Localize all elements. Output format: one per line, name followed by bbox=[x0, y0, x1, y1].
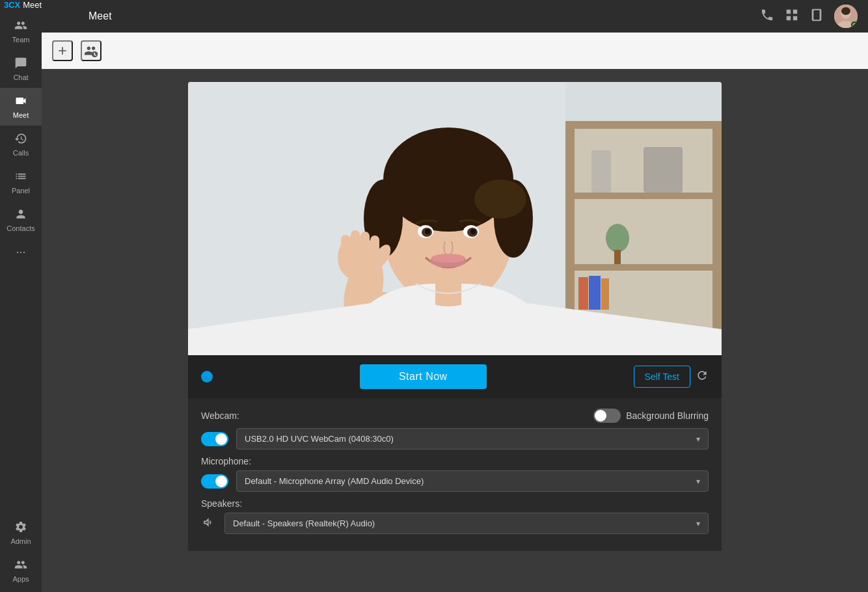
panel-icon bbox=[14, 170, 27, 185]
microphone-device-row: Default - Microphone Array (AMD Audio De… bbox=[201, 470, 709, 492]
header-title: Meet bbox=[88, 10, 112, 22]
start-now-container: Start Now bbox=[218, 364, 629, 389]
svg-rect-8 bbox=[565, 121, 722, 129]
microphone-label: Microphone: bbox=[201, 456, 266, 466]
logo-meet: Meet bbox=[23, 0, 42, 10]
microphone-toggle-knob bbox=[215, 476, 227, 487]
webcam-header-row: Webcam: Background Blurring bbox=[201, 409, 709, 423]
sidebar-more-button[interactable]: ··· bbox=[9, 239, 32, 265]
sidebar-label-chat: Chat bbox=[13, 74, 28, 81]
sidebar-label-admin: Admin bbox=[10, 537, 31, 545]
sidebar-label-team: Team bbox=[12, 36, 30, 44]
bg-blur-label: Background Blurring bbox=[626, 410, 709, 421]
svg-rect-14 bbox=[591, 150, 611, 193]
start-now-button[interactable]: Start Now bbox=[360, 364, 487, 389]
sidebar-label-panel: Panel bbox=[12, 187, 30, 195]
schedule-meeting-button[interactable] bbox=[81, 40, 102, 61]
main-area: Meet bbox=[42, 0, 868, 592]
book-icon[interactable] bbox=[809, 8, 824, 25]
sidebar: 3CX Meet Team Chat bbox=[0, 0, 42, 592]
self-test-button[interactable]: Self Test bbox=[634, 366, 690, 388]
sidebar-bottom: Admin Apps bbox=[0, 514, 42, 592]
microphone-chevron-icon: ▾ bbox=[696, 477, 700, 486]
speakers-label: Speakers: bbox=[201, 498, 266, 509]
webcam-chevron-icon: ▾ bbox=[696, 435, 700, 444]
sidebar-item-panel[interactable]: Panel bbox=[0, 163, 42, 201]
sidebar-item-admin[interactable]: Admin bbox=[0, 514, 42, 552]
speakers-chevron-icon: ▾ bbox=[696, 519, 700, 528]
svg-rect-40 bbox=[351, 230, 360, 259]
right-controls: Self Test bbox=[634, 366, 709, 388]
speakers-select[interactable]: Default - Speakers (Realtek(R) Audio) ▾ bbox=[224, 513, 709, 534]
speakers-device-row: Default - Speakers (Realtek(R) Audio) ▾ bbox=[201, 513, 709, 534]
svg-rect-9 bbox=[565, 193, 722, 199]
speakers-device-value: Default - Speakers (Realtek(R) Audio) bbox=[233, 518, 375, 528]
meet-panel: Start Now Self Test Webcam: bbox=[188, 82, 722, 551]
svg-rect-41 bbox=[360, 232, 370, 259]
logo-area: 3CX Meet bbox=[0, 0, 42, 10]
sidebar-item-contacts[interactable]: Contacts bbox=[0, 201, 42, 239]
svg-rect-10 bbox=[565, 264, 722, 271]
sidebar-label-meet: Meet bbox=[13, 111, 29, 119]
apps-icon bbox=[14, 558, 27, 573]
sidebar-item-team[interactable]: Team bbox=[0, 12, 42, 50]
microphone-select[interactable]: Default - Microphone Array (AMD Audio De… bbox=[236, 470, 709, 492]
avatar[interactable] bbox=[834, 5, 858, 28]
webcam-toggle[interactable] bbox=[201, 432, 228, 446]
microphone-toggle[interactable] bbox=[201, 474, 228, 489]
action-bar bbox=[42, 33, 868, 69]
grid-icon[interactable] bbox=[785, 8, 799, 25]
svg-point-15 bbox=[606, 224, 629, 252]
microphone-device-value: Default - Microphone Array (AMD Audio De… bbox=[245, 476, 424, 486]
svg-rect-39 bbox=[341, 235, 350, 261]
sidebar-label-calls: Calls bbox=[13, 149, 29, 157]
speakers-label-row: Speakers: bbox=[201, 498, 709, 509]
admin-icon bbox=[14, 520, 27, 535]
svg-rect-17 bbox=[578, 277, 588, 310]
webcam-toggle-knob bbox=[215, 433, 227, 445]
sidebar-label-contacts: Contacts bbox=[7, 224, 34, 232]
webcam-label: Webcam: bbox=[201, 410, 266, 421]
settings-area: Webcam: Background Blurring USB2.0 HD UV… bbox=[188, 398, 722, 551]
sidebar-item-meet[interactable]: Meet bbox=[0, 88, 42, 126]
svg-point-32 bbox=[425, 229, 430, 234]
team-icon bbox=[14, 19, 27, 34]
header-right bbox=[760, 5, 858, 28]
bg-blur-row: Background Blurring bbox=[593, 409, 709, 423]
chat-icon bbox=[14, 57, 27, 72]
svg-rect-18 bbox=[589, 276, 601, 310]
webcam-select[interactable]: USB2.0 HD UVC WebCam (0408:30c0) ▾ bbox=[236, 428, 709, 450]
app-header: Meet bbox=[42, 0, 868, 33]
phone-icon[interactable] bbox=[760, 8, 774, 25]
svg-point-33 bbox=[470, 229, 476, 234]
video-feed bbox=[188, 82, 722, 355]
webcam-device-value: USB2.0 HD UVC WebCam (0408:30c0) bbox=[245, 434, 394, 444]
svg-rect-16 bbox=[614, 250, 621, 264]
sidebar-nav: Team Chat Meet Calls bbox=[0, 10, 42, 514]
sidebar-item-chat[interactable]: Chat bbox=[0, 50, 42, 88]
bg-blur-toggle[interactable] bbox=[593, 409, 621, 423]
mic-active-indicator bbox=[201, 371, 213, 383]
svg-rect-13 bbox=[644, 147, 683, 193]
header-left: Meet bbox=[42, 10, 112, 22]
webcam-device-row: USB2.0 HD UVC WebCam (0408:30c0) ▾ bbox=[201, 428, 709, 450]
logo-3cx: 3CX bbox=[4, 0, 20, 10]
svg-point-27 bbox=[474, 180, 526, 219]
sidebar-item-apps[interactable]: Apps bbox=[0, 552, 42, 589]
controls-bar: Start Now Self Test bbox=[188, 355, 722, 398]
meet-icon bbox=[14, 94, 27, 109]
speaker-icon bbox=[201, 516, 214, 531]
calls-icon bbox=[14, 132, 27, 147]
svg-rect-12 bbox=[712, 121, 722, 355]
content-area: Start Now Self Test Webcam: bbox=[42, 69, 868, 592]
microphone-label-row: Microphone: bbox=[201, 456, 709, 466]
refresh-button[interactable] bbox=[696, 369, 709, 385]
svg-point-4 bbox=[841, 7, 850, 15]
sidebar-label-apps: Apps bbox=[12, 575, 29, 583]
avatar-status bbox=[851, 21, 858, 28]
bg-blur-knob bbox=[595, 410, 606, 422]
sidebar-item-calls[interactable]: Calls bbox=[0, 126, 42, 163]
contacts-icon bbox=[14, 208, 27, 222]
add-meeting-button[interactable] bbox=[52, 40, 73, 61]
svg-rect-19 bbox=[601, 278, 609, 310]
